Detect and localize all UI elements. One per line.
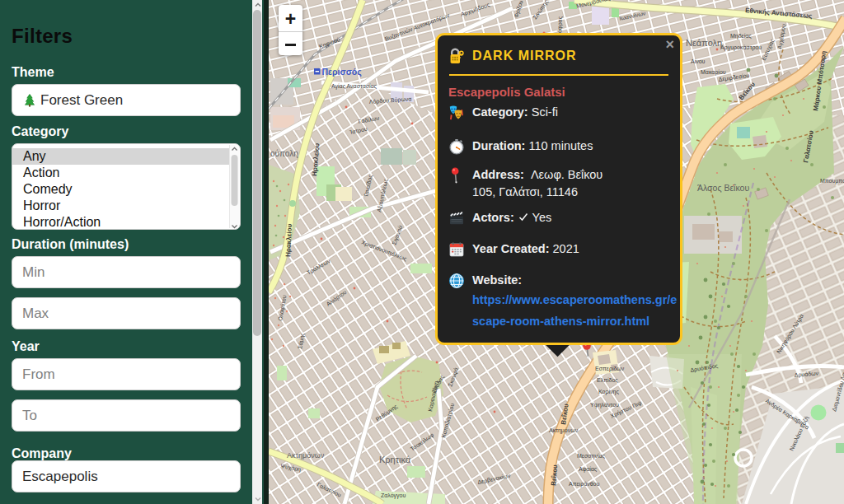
svg-text:Ζαλόγγου: Ζαλόγγου — [381, 492, 406, 499]
svg-text:Μακαρίου: Μακαρίου — [701, 69, 726, 76]
svg-text:Άλσος Βεΐκου: Άλσος Βεΐκου — [697, 183, 749, 193]
svg-text:Κορίνης: Κορίνης — [598, 389, 619, 395]
svg-text:ούπολη: ούπολη — [270, 149, 298, 158]
svg-text:Υψηλάντου: Υψηλάντου — [590, 402, 619, 408]
svg-text:Ακτημόνων: Ακτημόνων — [287, 451, 325, 460]
svg-text:Ελπίδος: Ελπίδος — [597, 377, 618, 384]
svg-text:Απειράνθου: Απειράνθου — [569, 481, 599, 488]
svg-text:Εσπερίδων: Εσπερίδων — [595, 366, 625, 372]
svg-text:Αγίας Αναστασίας: Αγίας Αναστασίας — [331, 83, 377, 90]
svg-text:Αργυροκάστρου: Αργυροκάστρου — [720, 44, 762, 51]
svg-text:Ακτημόνων: Ακτημόνων — [549, 427, 579, 434]
svg-text:Νεάπολη: Νεάπολη — [686, 38, 722, 48]
svg-text:Περισσός: Περισσός — [322, 67, 363, 77]
svg-text:Αίνου: Αίνου — [691, 58, 706, 64]
svg-text:Μπουμπουλ: Μπουμπουλ — [820, 178, 844, 184]
svg-text:Αφαίας: Αφαίας — [579, 466, 598, 473]
svg-text:Μηδείας: Μηδείας — [730, 33, 752, 40]
svg-text:Μεσσηνίας: Μεσσηνίας — [577, 453, 606, 460]
svg-text:Κρητικά: Κρητικά — [379, 455, 411, 464]
